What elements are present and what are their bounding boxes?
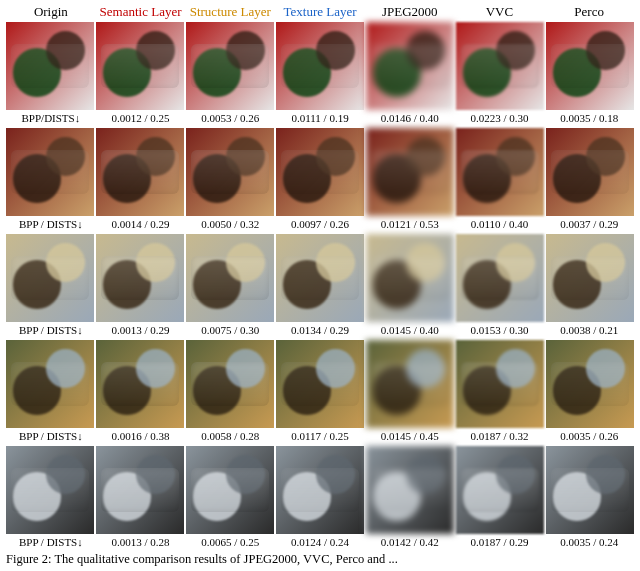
- method-image: [456, 128, 544, 216]
- metric-cell: 0.0038 / 0.21: [544, 324, 634, 336]
- method-image: [186, 340, 274, 428]
- metric-cell: 0.0134 / 0.29: [275, 324, 365, 336]
- metric-cell: 0.0111 / 0.19: [275, 112, 365, 124]
- method-image: [96, 446, 184, 534]
- metric-cell: 0.0012 / 0.25: [96, 112, 186, 124]
- method-image: [186, 234, 274, 322]
- method-image: [186, 128, 274, 216]
- method-image: [456, 234, 544, 322]
- metric-row: BPP/DISTS↓0.0012 / 0.250.0053 / 0.260.01…: [6, 112, 634, 124]
- metric-label: BPP / DISTS↓: [6, 430, 96, 442]
- method-image: [546, 22, 634, 110]
- metric-label: BPP/DISTS↓: [6, 112, 96, 124]
- method-image: [96, 340, 184, 428]
- col-texture: Texture Layer: [275, 4, 365, 22]
- metric-cell: 0.0146 / 0.40: [365, 112, 455, 124]
- metric-cell: 0.0058 / 0.28: [185, 430, 275, 442]
- metric-cell: 0.0110 / 0.40: [455, 218, 545, 230]
- method-image: [366, 22, 454, 110]
- method-image: [366, 446, 454, 534]
- metric-cell: 0.0035 / 0.26: [544, 430, 634, 442]
- metric-cell: 0.0035 / 0.24: [544, 536, 634, 548]
- image-row: [6, 128, 634, 216]
- method-image: [366, 128, 454, 216]
- col-jpeg2000: JPEG2000: [365, 4, 455, 22]
- metric-cell: 0.0013 / 0.28: [96, 536, 186, 548]
- col-vvc: VVC: [455, 4, 545, 22]
- metric-row: BPP / DISTS↓0.0014 / 0.290.0050 / 0.320.…: [6, 218, 634, 230]
- metric-cell: 0.0153 / 0.30: [455, 324, 545, 336]
- metric-row: BPP / DISTS↓0.0013 / 0.290.0075 / 0.300.…: [6, 324, 634, 336]
- metric-cell: 0.0050 / 0.32: [185, 218, 275, 230]
- origin-image: [6, 340, 94, 428]
- metric-cell: 0.0145 / 0.45: [365, 430, 455, 442]
- metric-cell: 0.0037 / 0.29: [544, 218, 634, 230]
- image-row: [6, 234, 634, 322]
- column-headers: Origin Semantic Layer Structure Layer Te…: [6, 4, 634, 22]
- col-structure: Structure Layer: [185, 4, 275, 22]
- col-semantic: Semantic Layer: [96, 4, 186, 22]
- origin-image: [6, 446, 94, 534]
- method-image: [366, 340, 454, 428]
- metric-cell: 0.0013 / 0.29: [96, 324, 186, 336]
- metric-row: BPP / DISTS↓0.0013 / 0.280.0065 / 0.250.…: [6, 536, 634, 548]
- metric-label: BPP / DISTS↓: [6, 324, 96, 336]
- metric-cell: 0.0117 / 0.25: [275, 430, 365, 442]
- metric-cell: 0.0016 / 0.38: [96, 430, 186, 442]
- method-image: [276, 340, 364, 428]
- method-image: [186, 446, 274, 534]
- figure-caption: Figure 2: The qualitative comparison res…: [6, 552, 634, 567]
- image-row: [6, 340, 634, 428]
- metric-cell: 0.0145 / 0.40: [365, 324, 455, 336]
- method-image: [276, 128, 364, 216]
- metric-cell: 0.0053 / 0.26: [185, 112, 275, 124]
- caption-prefix: Figure 2:: [6, 552, 54, 566]
- caption-rest: The qualitative comparison results of JP…: [54, 552, 397, 566]
- origin-image: [6, 234, 94, 322]
- metric-row: BPP / DISTS↓0.0016 / 0.380.0058 / 0.280.…: [6, 430, 634, 442]
- metric-cell: 0.0142 / 0.42: [365, 536, 455, 548]
- metric-cell: 0.0187 / 0.29: [455, 536, 545, 548]
- metric-cell: 0.0124 / 0.24: [275, 536, 365, 548]
- method-image: [546, 234, 634, 322]
- method-image: [276, 22, 364, 110]
- metric-cell: 0.0014 / 0.29: [96, 218, 186, 230]
- col-origin: Origin: [6, 4, 96, 22]
- metric-cell: 0.0035 / 0.18: [544, 112, 634, 124]
- method-image: [456, 446, 544, 534]
- metric-cell: 0.0075 / 0.30: [185, 324, 275, 336]
- method-image: [456, 22, 544, 110]
- method-image: [546, 446, 634, 534]
- method-image: [96, 22, 184, 110]
- method-image: [546, 340, 634, 428]
- image-row: [6, 22, 634, 110]
- metric-cell: 0.0121 / 0.53: [365, 218, 455, 230]
- method-image: [546, 128, 634, 216]
- metric-label: BPP / DISTS↓: [6, 218, 96, 230]
- method-image: [96, 128, 184, 216]
- method-image: [366, 234, 454, 322]
- metric-label: BPP / DISTS↓: [6, 536, 96, 548]
- origin-image: [6, 128, 94, 216]
- metric-cell: 0.0187 / 0.32: [455, 430, 545, 442]
- method-image: [456, 340, 544, 428]
- image-row: [6, 446, 634, 534]
- metric-cell: 0.0097 / 0.26: [275, 218, 365, 230]
- method-image: [96, 234, 184, 322]
- metric-cell: 0.0065 / 0.25: [185, 536, 275, 548]
- metric-cell: 0.0223 / 0.30: [455, 112, 545, 124]
- col-perco: Perco: [544, 4, 634, 22]
- method-image: [276, 234, 364, 322]
- origin-image: [6, 22, 94, 110]
- method-image: [276, 446, 364, 534]
- method-image: [186, 22, 274, 110]
